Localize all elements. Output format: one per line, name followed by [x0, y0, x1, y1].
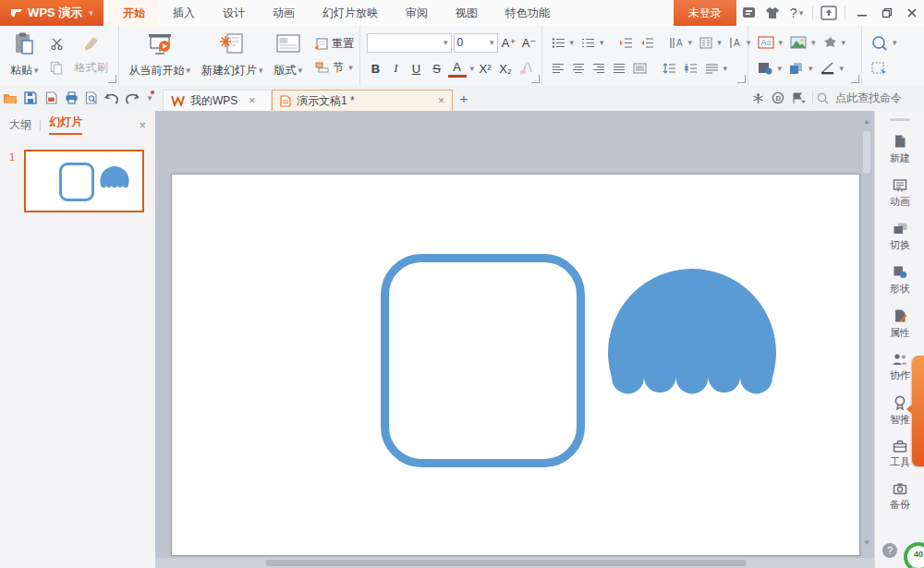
line-spacing-button[interactable]: ▾ [702, 57, 731, 79]
umbrella-shape[interactable] [608, 269, 776, 398]
message-center-icon[interactable] [736, 0, 760, 26]
line-spacing-decrease-button[interactable] [681, 57, 700, 79]
dialog-launcher-icon[interactable] [737, 75, 746, 83]
sidebar-item-transition[interactable]: 切换 [875, 222, 924, 252]
insert-picture-button[interactable]: ▾ [787, 31, 819, 54]
paste-button[interactable]: 粘贴▾ [5, 30, 44, 81]
undo-button[interactable] [102, 88, 122, 108]
insert-shapes-button[interactable]: ▾ [821, 31, 849, 54]
tab-view[interactable]: 视图 [442, 0, 492, 26]
doc-tab-presentation1[interactable]: 演示文稿1 * × [272, 90, 453, 112]
underline-button[interactable]: U [407, 59, 426, 78]
sidebar-item-shapes[interactable]: 形状 [875, 265, 924, 296]
skin-icon[interactable] [760, 0, 784, 26]
dialog-launcher-icon[interactable] [531, 75, 540, 83]
sidebar-item-new[interactable]: 新建 [875, 134, 924, 165]
login-button[interactable]: 未登录 [674, 0, 736, 26]
print-preview-button[interactable] [81, 88, 102, 108]
docer-icon[interactable]: D [768, 88, 788, 108]
redo-button[interactable] [122, 88, 142, 108]
para-spacing-increase-button[interactable] [660, 57, 679, 79]
superscript-button[interactable]: X² [476, 59, 494, 78]
find-replace-button[interactable]: ▾ [869, 31, 900, 54]
collapse-ribbon-button[interactable] [817, 0, 841, 26]
tab-special-features[interactable]: 特色功能 [492, 0, 564, 26]
align-left-button[interactable] [549, 57, 567, 79]
italic-button[interactable]: I [387, 59, 406, 78]
distribute-button[interactable] [630, 57, 650, 79]
editing-canvas[interactable]: ▲ ▼ [155, 111, 874, 568]
help-bubble-icon[interactable]: ? [882, 543, 897, 558]
dialog-launcher-icon[interactable] [108, 75, 116, 83]
reset-button[interactable]: 重置 [310, 32, 357, 54]
minimize-button[interactable] [849, 0, 874, 26]
shape-outline-button[interactable]: ▾ [818, 57, 847, 79]
text-direction-button[interactable]: A ▾ [666, 31, 696, 54]
close-icon[interactable]: × [249, 94, 255, 107]
select-button[interactable] [869, 57, 890, 79]
message-icon[interactable] [788, 88, 808, 108]
tab-design[interactable]: 设计 [209, 0, 259, 26]
bold-button[interactable]: B [367, 59, 385, 78]
text-box-button[interactable]: A ▾ [755, 31, 786, 54]
scrollbar-thumb[interactable] [863, 131, 870, 174]
justify-button[interactable] [610, 57, 628, 79]
decrease-font-button[interactable]: A⁻ [520, 33, 539, 52]
horizontal-scrollbar[interactable] [155, 558, 874, 568]
font-color-button[interactable]: A [448, 59, 467, 78]
panel-edge-handle[interactable] [912, 356, 924, 466]
section-button[interactable]: 节▾ [310, 56, 357, 79]
scroll-up-icon[interactable]: ▲ [861, 116, 872, 126]
columns-button[interactable]: ▾ [697, 31, 724, 54]
sidebar-item-backup[interactable]: 备份 [875, 482, 924, 512]
align-center-button[interactable] [569, 57, 588, 79]
sidebar-item-properties[interactable]: 属性 [875, 308, 924, 340]
slides-tab[interactable]: 幻灯片 [49, 115, 82, 135]
font-size-combo[interactable]: ▾ [454, 33, 498, 53]
decrease-indent-button[interactable] [616, 31, 636, 54]
command-search[interactable] [817, 91, 917, 105]
strikethrough-button[interactable]: S [428, 59, 446, 78]
font-size-input[interactable] [457, 36, 488, 49]
open-button[interactable] [0, 88, 20, 108]
close-button[interactable] [899, 0, 924, 26]
font-name-combo[interactable]: ▾ [367, 33, 452, 53]
numbering-button[interactable]: ▾ [578, 31, 607, 54]
outline-tab[interactable]: 大纲 [9, 117, 31, 133]
copy-button[interactable] [47, 56, 67, 79]
tab-animation[interactable]: 动画 [259, 0, 309, 26]
command-search-input[interactable] [833, 91, 917, 105]
tab-review[interactable]: 审阅 [392, 0, 442, 26]
restore-button[interactable] [874, 0, 899, 26]
sidebar-collapse-handle[interactable] [890, 118, 910, 121]
tab-home[interactable]: 开始 [109, 0, 159, 26]
slide-1-thumbnail[interactable] [24, 150, 144, 212]
slide-layout-button[interactable]: 版式▾ [269, 30, 309, 81]
collapse-left-arrow-icon[interactable] [906, 405, 912, 414]
close-icon[interactable]: × [139, 118, 146, 132]
cut-button[interactable] [47, 32, 67, 54]
increase-indent-button[interactable] [638, 31, 657, 54]
close-icon[interactable]: × [438, 94, 444, 107]
new-tab-button[interactable]: + [453, 91, 475, 106]
rounded-rectangle-shape[interactable] [381, 254, 585, 467]
font-name-input[interactable] [371, 36, 442, 49]
dialog-launcher-icon[interactable] [851, 75, 859, 83]
format-painter-button[interactable]: 格式刷 [72, 56, 111, 79]
scrollbar-thumb[interactable] [266, 560, 747, 566]
bullets-button[interactable]: ▾ [549, 31, 578, 54]
doc-tab-my-wps[interactable]: 我的WPS × [163, 90, 272, 112]
arrange-button[interactable]: ▾ [786, 57, 816, 79]
save-button[interactable] [20, 88, 41, 108]
wps-menu-button[interactable]: WPS 演示 ▾ [0, 0, 103, 26]
increase-font-button[interactable]: A⁺ [500, 33, 518, 52]
customize-quickbar-button[interactable]: ▾ [142, 88, 155, 108]
performance-gauge[interactable]: 40 [903, 541, 924, 568]
tab-slideshow[interactable]: 幻灯片放映 [309, 0, 392, 26]
subscript-button[interactable]: X₂ [496, 59, 515, 78]
scroll-down-icon[interactable]: ▼ [861, 538, 872, 547]
export-pdf-button[interactable] [41, 88, 61, 108]
tab-insert[interactable]: 插入 [159, 0, 209, 26]
share-icon[interactable] [748, 88, 768, 108]
new-slide-button[interactable]: 新建幻灯片▾ [196, 30, 269, 81]
